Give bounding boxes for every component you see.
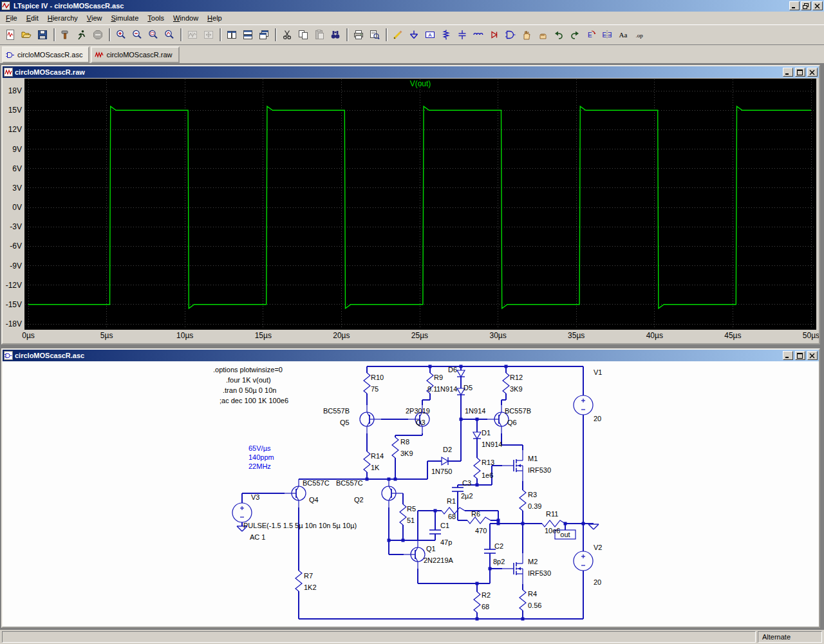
print-button[interactable]	[351, 27, 366, 43]
redo-button[interactable]	[567, 27, 583, 43]
schematic-text[interactable]: .four 1K v(out)	[226, 376, 271, 384]
schematic-text[interactable]: Q3	[416, 419, 426, 426]
zoom-in-button[interactable]	[113, 27, 129, 43]
schematic-minimize-button[interactable]	[783, 351, 793, 360]
autorange-y-button[interactable]	[185, 27, 200, 43]
move-button[interactable]	[519, 27, 534, 43]
zoom-area-button[interactable]	[145, 27, 161, 43]
mirror-button[interactable]: EE	[599, 27, 615, 43]
schematic-text[interactable]: 51	[407, 516, 415, 524]
schematic-text[interactable]: R14	[371, 452, 384, 460]
schematic-text[interactable]: R5	[407, 505, 416, 513]
schematic-text[interactable]: R12	[510, 374, 523, 381]
component-R14[interactable]	[364, 451, 370, 472]
close-button[interactable]	[812, 1, 823, 10]
component-R12[interactable]	[503, 373, 509, 393]
schematic-text[interactable]: R2	[482, 591, 491, 599]
waveform-window[interactable]: circloMOScascR.raw 0µs5µs10µs15µs20µs25µ…	[1, 65, 820, 345]
schematic-text[interactable]: 8p2	[493, 558, 505, 565]
component-GND2[interactable]	[588, 524, 599, 529]
component-R8[interactable]	[392, 437, 398, 458]
waveform-close-button[interactable]	[807, 68, 818, 77]
schematic-text[interactable]: ;ac dec 100 1K 100e6	[220, 397, 288, 404]
save-button[interactable]	[35, 27, 50, 43]
schematic-text[interactable]: R1	[447, 497, 456, 505]
schematic-text[interactable]: R13	[482, 459, 494, 466]
menu-view[interactable]: View	[82, 12, 107, 24]
schematic-text[interactable]: 20	[594, 578, 601, 586]
ground-button[interactable]	[406, 27, 422, 43]
run-button[interactable]	[74, 27, 89, 43]
component-M1[interactable]	[502, 450, 523, 481]
new-schematic-button[interactable]	[3, 27, 18, 43]
schematic-text[interactable]: 2µ2	[461, 492, 473, 500]
schematic-text[interactable]: R8	[400, 438, 409, 446]
schematic-text[interactable]: .tran 0 50µ 0 10n	[223, 386, 276, 394]
halt-button[interactable]	[90, 27, 106, 43]
cut-button[interactable]	[279, 27, 295, 43]
schematic-text[interactable]: 68	[482, 603, 489, 611]
zoom-back-button[interactable]	[129, 27, 145, 43]
schematic-text[interactable]: 0.56	[528, 601, 541, 609]
schematic-text[interactable]: C1	[440, 522, 449, 529]
menu-window[interactable]: Window	[169, 12, 203, 24]
diode-button[interactable]	[487, 27, 502, 43]
component-D1[interactable]	[473, 432, 481, 439]
schematic-text[interactable]: IRF530	[528, 569, 551, 577]
component-R10[interactable]	[364, 373, 370, 393]
comment-texts[interactable]: 65V/µs140ppm22MHz	[248, 444, 274, 470]
schematic-text[interactable]: 1N914	[482, 440, 502, 448]
schematic-text[interactable]: 10e6	[545, 527, 560, 535]
copy-button[interactable]	[295, 27, 311, 43]
schematic-text[interactable]: D2	[443, 446, 452, 453]
schematic-text[interactable]: BC557C	[336, 479, 363, 487]
schematic-text[interactable]: 2N2219A	[424, 556, 454, 564]
tab-circloMOScascR.raw[interactable]: circloMOScascR.raw	[91, 46, 179, 63]
schematic-text[interactable]: Q2	[354, 496, 364, 504]
tile-vertical-button[interactable]	[224, 27, 239, 43]
net-label-button[interactable]: A	[422, 27, 438, 43]
print-preview-button[interactable]	[367, 27, 382, 43]
menu-tools[interactable]: Tools	[143, 12, 169, 24]
resistor-button[interactable]	[438, 27, 454, 43]
wire-button[interactable]	[390, 27, 406, 43]
component-R4[interactable]	[520, 590, 526, 611]
trace-legend[interactable]: V(out)	[410, 79, 431, 88]
control-panel-button[interactable]	[58, 27, 73, 43]
spice-directive-button[interactable]: .op	[632, 27, 647, 43]
component-R13[interactable]	[474, 458, 480, 478]
schematic-text[interactable]: R4	[528, 590, 537, 598]
schematic-text[interactable]: Q4	[309, 496, 319, 504]
schematic-text[interactable]: R6	[471, 510, 480, 518]
pan-button[interactable]	[201, 27, 216, 43]
schematic-text[interactable]: C2	[494, 542, 503, 550]
schematic-wires[interactable]	[242, 366, 594, 619]
schematic-text[interactable]: 65V/µs	[248, 444, 271, 452]
waveform-window-titlebar[interactable]: circloMOScascR.raw	[3, 66, 819, 78]
schematic-text[interactable]: D5	[464, 384, 473, 392]
schematic-text[interactable]: 2P3019	[406, 407, 430, 415]
schematic-text[interactable]: 1N914	[436, 385, 457, 393]
component-V3[interactable]	[232, 503, 252, 522]
schematic-text[interactable]: 1e6	[482, 471, 493, 479]
menu-help[interactable]: Help	[203, 12, 227, 24]
schematic-drawing[interactable]: outR1075R99.1D61N914D51N914R123K9V120BC5…	[3, 361, 819, 627]
restore-button[interactable]	[801, 1, 811, 10]
component-M2[interactable]	[502, 553, 523, 584]
schematic-text[interactable]: V3	[251, 493, 259, 501]
schematic-text[interactable]: PULSE(-1.5 1.5 5µ 10n 10n 5µ 10µ)	[243, 522, 357, 529]
component-C1[interactable]	[429, 530, 441, 534]
schematic-text[interactable]: 1K	[371, 464, 380, 471]
schematic-close-button[interactable]	[807, 351, 818, 360]
component-R6[interactable]	[467, 517, 491, 524]
component-R7[interactable]	[295, 571, 302, 591]
component-Q2[interactable]	[382, 479, 403, 507]
schematic-text[interactable]: Q6	[507, 419, 517, 426]
schematic-text[interactable]: Q5	[340, 419, 350, 426]
schematic-text[interactable]: R9	[434, 374, 443, 381]
menu-hierarchy[interactable]: Hierarchy	[43, 12, 82, 24]
schematic-text[interactable]: AC 1	[250, 533, 265, 541]
component-R5[interactable]	[400, 504, 406, 525]
component-R11[interactable]	[542, 520, 565, 527]
schematic-text[interactable]: R7	[304, 572, 313, 580]
